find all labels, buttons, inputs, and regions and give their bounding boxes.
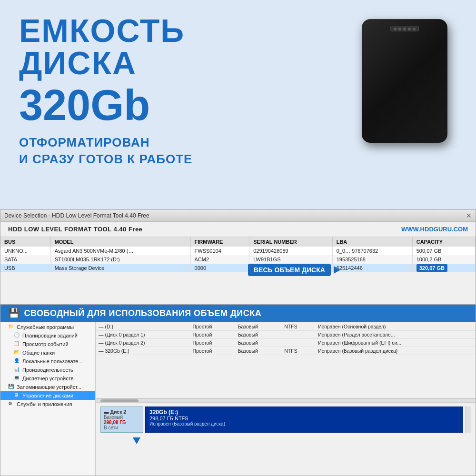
table-row[interactable]: SATA ST1000LM035-1RK172 (D:) ACM2 LW91B1… [0, 255, 476, 264]
user-icon: 👤 [14, 358, 20, 365]
sidebar-item-performance[interactable]: 📊 Производительность [0, 366, 95, 374]
col-firmware: FIRMWARE [190, 237, 249, 247]
log-icon: 📋 [14, 341, 20, 347]
table-row[interactable]: — 320Gb (E:) Простой Базовый NTFS Исправ… [96, 347, 476, 355]
cell-bus: SATA [0, 255, 50, 264]
tool-header-left: HDD LOW LEVEL FORMAT TOOL 4.40 Free [8, 226, 142, 233]
disk-label-name: ▬ Диск 2 [104, 409, 140, 415]
gear-icon: ⚙ [8, 401, 15, 407]
cell-capacity: 320,07 GB [412, 264, 475, 272]
table-header: BUS MODEL FIRMWARE SERIAL NUMBER LBA CAP… [0, 237, 476, 247]
tool-header: HDD LOW LEVEL FORMAT TOOL 4.40 Free WWW.… [0, 222, 476, 237]
disk-label-size: 298,08 ГБ [104, 420, 140, 425]
sidebar-item-devices[interactable]: 💻 Диспетчер устройств [0, 374, 95, 383]
tool-title-text: Device Selection - HDD Low Level Format … [4, 212, 149, 219]
title-main: ЕМКОСТЬ ДИСКА [19, 14, 352, 79]
disk-manager: 💾 СВОБОДНЫЙ ДЛЯ ИСПОЛЬЗОВАНИЯ ОБЪЕМ ДИСК… [0, 305, 476, 476]
hdd-connector [390, 26, 419, 31]
sidebar-label: Производительность [22, 367, 73, 373]
partition-name: 320Gb (E:) [149, 409, 459, 416]
scrollbar-thumb[interactable] [100, 399, 139, 402]
cell [281, 339, 315, 347]
cell: Базовый [235, 339, 282, 347]
sidebar-item-services[interactable]: 📁 Служебные программы [0, 323, 95, 331]
tool-header-right: WWW.HDDGURU.COM [401, 226, 468, 233]
disk-main: — (D:) Простой Базовый NTFS Исправен (Ос… [96, 305, 476, 476]
sidebar-label: Диспетчер устройств [22, 376, 74, 381]
cell: — (Диск 0 раздел 2) [96, 339, 189, 347]
sidebar-item-users[interactable]: 👤 Локальные пользовате... [0, 357, 95, 366]
col-model: MODEL [50, 237, 190, 247]
cell: Исправен (Шифрованный (EFI) си... [315, 339, 476, 347]
sidebar-label: Служебные программы [17, 324, 74, 330]
col-serial: SERIAL NUMBER [249, 237, 332, 247]
sidebar-label: Просмотр событий [22, 341, 69, 347]
cell [281, 331, 315, 339]
cell-serial: LW91B1GS [249, 255, 332, 264]
cell-lba: 625142446 [332, 264, 412, 272]
disk-table-area: — (D:) Простой Базовый NTFS Исправен (Ос… [96, 323, 476, 399]
hdd-slot [408, 28, 411, 30]
cell-model: Asgard AN3 500NVMe-M.2/80 (… [50, 247, 190, 255]
cell-firmware: FWSS0104 [190, 247, 249, 255]
sidebar-item-shared[interactable]: 📂 Общие папки [0, 348, 95, 357]
table-row-usb[interactable]: USB Mass Storage Device 0000 11A62C01219… [0, 264, 476, 272]
cell-model: Mass Storage Device [50, 264, 190, 272]
arrow-down-icon [133, 437, 140, 444]
partition-status: Исправен (Базовый раздел диска) [149, 421, 459, 426]
disk-label-box: ▬ Диск 2 Базовый 298,08 ГБ В сети [100, 407, 143, 433]
disk-label-type: Базовый [104, 415, 140, 420]
table-row[interactable]: — (D:) Простой Базовый NTFS Исправен (Ос… [96, 323, 476, 331]
sidebar-label: Планировщик заданий [22, 333, 78, 338]
table-body: UNKNO... Asgard AN3 500NVMe-M.2/80 (… FW… [0, 247, 476, 272]
cell: — (Диск 0 раздел 1) [96, 331, 189, 339]
cell: Исправен (Базовый раздел диска) [315, 347, 476, 355]
cell-firmware: ACM2 [190, 255, 249, 264]
hdd-body [362, 19, 447, 143]
sidebar-label: Запоминающие устройст... [17, 384, 81, 390]
clock-icon: 🕐 [14, 332, 20, 339]
cell: Простой [189, 323, 235, 331]
vertical-scrollbar[interactable] [465, 407, 471, 433]
cell-serial: 029190428089 [249, 247, 332, 255]
cell-lba: 1953525168 [332, 255, 412, 264]
chart-icon: 📊 [14, 367, 20, 373]
disk-manager-header: 💾 СВОБОДНЫЙ ДЛЯ ИСПОЛЬЗОВАНИЯ ОБЪЕМ ДИСК… [0, 305, 476, 322]
table-row[interactable]: UNKNO... Asgard AN3 500NVMe-M.2/80 (… FW… [0, 247, 476, 255]
cell-lba: 0_0… 976707632 [332, 247, 412, 255]
sidebar-label: Управление дисками [22, 393, 73, 398]
disk-row-2: ▬ Диск 2 Базовый 298,08 ГБ В сети 320Gb … [100, 407, 471, 433]
sidebar-item-events[interactable]: 📋 Просмотр событий [0, 340, 95, 348]
table-row[interactable]: — (Диск 0 раздел 2) Простой Базовый Испр… [96, 339, 476, 347]
hdd-slot [403, 28, 406, 30]
disk-visual-area: ▬ Диск 2 Базовый 298,08 ГБ В сети 320Gb … [96, 403, 476, 449]
disk-partition[interactable]: 320Gb (E:) 298,07 ГБ NTFS Исправен (Базо… [145, 407, 463, 433]
storage-icon: 💾 [8, 384, 15, 390]
sidebar-item-scheduler[interactable]: 🕐 Планировщик заданий [0, 331, 95, 340]
cell-capacity: 500,07 GB [412, 247, 475, 255]
sidebar-item-storage[interactable]: 💾 Запоминающие устройст... [0, 383, 95, 391]
title-line1: ЕМКОСТЬ [19, 12, 185, 49]
horizontal-scrollbar[interactable] [96, 399, 476, 403]
partition-table-body: — (D:) Простой Базовый NTFS Исправен (Ос… [96, 323, 476, 355]
disk-sidebar: 📁 Служебные программы 🕐 Планировщик зада… [0, 305, 96, 476]
hdd-slot [394, 28, 397, 30]
device-icon: 💻 [14, 375, 20, 382]
tool-table-container: BUS MODEL FIRMWARE SERIAL NUMBER LBA CAP… [0, 237, 476, 272]
cell: Базовый [235, 323, 282, 331]
sidebar-label: Локальные пользовате... [22, 358, 83, 364]
sidebar-item-services-apps[interactable]: ⚙ Службы и приложения [0, 400, 95, 408]
capacity-value: 320Gb [19, 84, 352, 127]
tool-titlebar: Device Selection - HDD Low Level Format … [0, 210, 476, 222]
partition-table: — (D:) Простой Базовый NTFS Исправен (Ос… [96, 323, 476, 355]
subtitle-line2: И СРАЗУ ГОТОВ К РАБОТЕ [19, 152, 192, 166]
cell: Простой [189, 339, 235, 347]
cell: Исправен (Основной раздел) [315, 323, 476, 331]
close-icon[interactable]: ✕ [466, 212, 472, 219]
table-row[interactable]: — (Диск 0 раздел 1) Простой Базовый Испр… [96, 331, 476, 339]
folder-icon: 📁 [8, 324, 15, 330]
top-text-area: ЕМКОСТЬ ДИСКА 320Gb ОТФОРМАТИРОВАН И СРА… [19, 14, 352, 168]
hdd-slot [413, 28, 416, 30]
sidebar-item-disk-management[interactable]: 🖥 Управление дисками [0, 391, 95, 400]
disk-manager-header-text: СВОБОДНЫЙ ДЛЯ ИСПОЛЬЗОВАНИЯ ОБЪЕМ ДИСКА [24, 308, 262, 318]
